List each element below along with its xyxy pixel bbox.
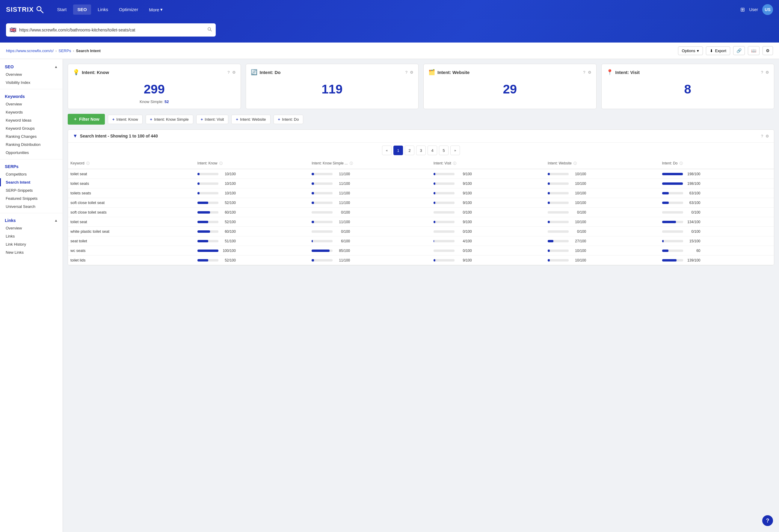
- progress-bar-container: [662, 211, 683, 214]
- sidebar-item-new-links[interactable]: New Links: [0, 248, 63, 256]
- settings-icon[interactable]: ⚙: [410, 70, 414, 75]
- help-bubble[interactable]: ?: [762, 515, 773, 526]
- col-do-info[interactable]: ⓘ: [679, 162, 683, 165]
- col-visit-info[interactable]: ⓘ: [453, 162, 456, 165]
- progress-bar-container: [197, 240, 219, 242]
- progress-bar: [433, 201, 435, 204]
- settings-icon[interactable]: ⚙: [588, 70, 591, 75]
- sidebar-item-overview-keywords[interactable]: Overview: [0, 100, 63, 108]
- sidebar-item-overview-seo[interactable]: Overview: [0, 70, 63, 78]
- progress-bar: [312, 240, 313, 242]
- table-title-text: Search Intent - Showing 1 to 100 of 440: [80, 134, 158, 138]
- col-keyword: Keyword ⓘ: [68, 158, 195, 169]
- sidebar-item-visibility-index[interactable]: Visibility Index: [0, 78, 63, 86]
- sidebar-item-keyword-ideas[interactable]: Keyword Ideas: [0, 116, 63, 124]
- progress-label: 10/100: [571, 182, 586, 186]
- filter-now-button[interactable]: ＋ Filter Now: [68, 114, 105, 125]
- sidebar-item-keywords[interactable]: Keywords: [0, 108, 63, 116]
- progress-label: 0/100: [685, 210, 701, 215]
- filter-tag-visit[interactable]: + Intent: Visit: [196, 115, 229, 124]
- breadcrumb-bar: https://www.screwfix.com/c/ › SERPs › Se…: [0, 43, 779, 59]
- progress-label: 15/100: [685, 239, 701, 243]
- progress-bar: [197, 192, 199, 194]
- page-3[interactable]: 3: [416, 145, 426, 155]
- breadcrumb-serps[interactable]: SERPs: [58, 49, 71, 53]
- page-2[interactable]: 2: [405, 145, 414, 155]
- col-know-info[interactable]: ⓘ: [219, 162, 223, 165]
- progress-label: 0/100: [685, 229, 701, 234]
- page-1[interactable]: 1: [394, 145, 403, 155]
- links-collapse-icon[interactable]: ▲: [54, 218, 58, 223]
- export-button[interactable]: ⬇ Export: [706, 47, 730, 55]
- sidebar-item-competitors[interactable]: Competitors: [0, 170, 63, 178]
- settings-icon[interactable]: ⚙: [232, 70, 236, 75]
- progress-label: 11/100: [335, 172, 350, 176]
- sidebar-item-links[interactable]: Links: [0, 232, 63, 240]
- share-button[interactable]: 🔗: [733, 46, 745, 55]
- nav-start[interactable]: Start: [53, 4, 71, 15]
- cell-progress: 10/100: [545, 169, 659, 179]
- page-prev[interactable]: «: [382, 145, 392, 155]
- progress-wrapper: 11/100: [312, 191, 428, 195]
- progress-label: 11/100: [335, 201, 350, 205]
- help-icon[interactable]: ?: [761, 70, 763, 75]
- filter-tag-website[interactable]: + Intent: Website: [231, 115, 270, 124]
- help-icon[interactable]: ?: [405, 70, 408, 75]
- sidebar-item-ranking-distribution[interactable]: Ranking Distribution: [0, 140, 63, 149]
- sidebar-item-opportunities[interactable]: Opportunities: [0, 149, 63, 157]
- search-button[interactable]: [207, 27, 212, 33]
- table-row: white plastic toilet seat 60/100 0/100 0…: [68, 227, 774, 236]
- nav-optimizer[interactable]: Optimizer: [115, 4, 142, 15]
- page-5[interactable]: 5: [439, 145, 448, 155]
- bookmark-button[interactable]: 📖: [748, 46, 760, 55]
- sidebar-item-serp-snippets[interactable]: SERP-Snippets: [0, 186, 63, 194]
- sidebar-item-featured-snippets[interactable]: Featured Snippets: [0, 194, 63, 202]
- help-icon[interactable]: ?: [583, 70, 585, 75]
- table-settings-icon[interactable]: ⚙: [766, 134, 769, 138]
- progress-label: 10/100: [571, 201, 586, 205]
- filter-icon: ▼: [73, 133, 78, 139]
- col-know-simple-info[interactable]: ⓘ: [350, 162, 353, 165]
- cell-progress: 198/100: [660, 179, 774, 188]
- keywords-section-title: Keywords: [5, 94, 25, 99]
- page-4[interactable]: 4: [428, 145, 437, 155]
- sidebar-item-keyword-groups[interactable]: Keyword Groups: [0, 124, 63, 132]
- settings-icon[interactable]: ⚙: [766, 70, 769, 75]
- filter-tag-do[interactable]: + Intent: Do: [274, 115, 303, 124]
- seo-collapse-icon[interactable]: ▲: [54, 65, 58, 69]
- progress-bar: [662, 221, 676, 223]
- progress-wrapper: 63/100: [662, 191, 772, 195]
- nav-links-item[interactable]: Links: [94, 4, 112, 15]
- progress-bar-container: [662, 240, 683, 242]
- sidebar-item-universal-search[interactable]: Universal Search: [0, 202, 63, 211]
- col-website-info[interactable]: ⓘ: [574, 162, 577, 165]
- sidebar-item-overview-links[interactable]: Overview: [0, 224, 63, 232]
- know-simple-link[interactable]: 52: [165, 100, 169, 104]
- nav-more[interactable]: More ▾: [145, 4, 167, 15]
- table-help-icon[interactable]: ?: [761, 134, 763, 138]
- flag-icon: 🇬🇧: [10, 27, 16, 33]
- filter-tag-know[interactable]: + Intent: Know: [108, 115, 142, 124]
- cell-progress: 0/100: [309, 208, 431, 217]
- sidebar-item-search-intent[interactable]: Search Intent: [0, 178, 63, 186]
- intent-card-visit-header: 📍 Intent: Visit ? ⚙: [606, 69, 769, 75]
- progress-wrapper: 198/100: [662, 182, 772, 186]
- filter-tag-know-simple[interactable]: + Intent: Know Simple: [145, 115, 193, 124]
- user-avatar[interactable]: US: [762, 4, 773, 15]
- sidebar-item-ranking-changes[interactable]: Ranking Changes: [0, 132, 63, 140]
- cell-progress: 0/100: [431, 246, 545, 255]
- nav-seo[interactable]: SEO: [73, 4, 91, 15]
- settings-button[interactable]: ⚙: [763, 46, 773, 55]
- options-button[interactable]: Options ▾: [678, 47, 703, 55]
- col-keyword-info[interactable]: ⓘ: [86, 162, 89, 165]
- svg-line-1: [41, 10, 43, 13]
- sidebar-item-link-history[interactable]: Link History: [0, 240, 63, 248]
- help-icon[interactable]: ?: [227, 70, 230, 75]
- top-navigation: SISTRIX Start SEO Links Optimizer More ▾…: [0, 0, 779, 19]
- page-next[interactable]: »: [450, 145, 460, 155]
- filter-bar: ＋ Filter Now + Intent: Know + Intent: Kn…: [68, 114, 774, 125]
- cell-progress: 100/100: [195, 246, 309, 255]
- search-input[interactable]: [19, 27, 207, 33]
- grid-icon[interactable]: ⊞: [740, 6, 745, 13]
- breadcrumb-home[interactable]: https://www.screwfix.com/c/: [6, 49, 54, 53]
